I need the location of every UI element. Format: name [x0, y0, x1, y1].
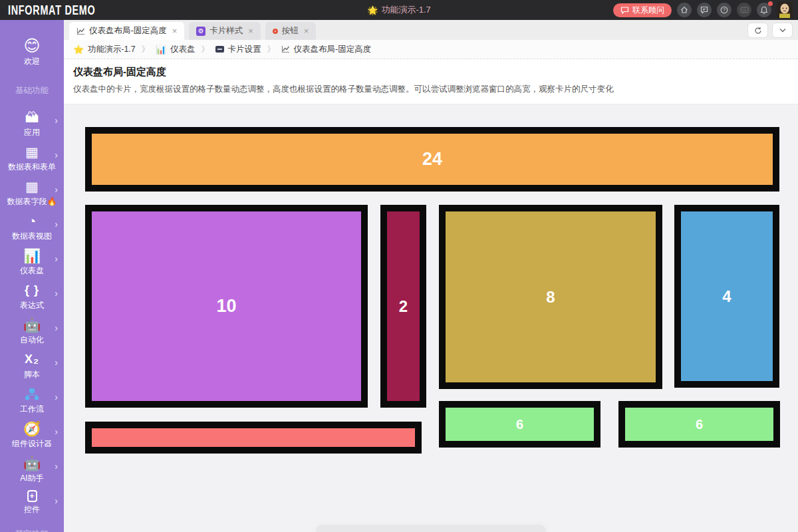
page-title: 仪表盘布局-固定高度 [73, 66, 789, 78]
tab-card-style[interactable]: 卡片样式 × [189, 22, 261, 40]
breadcrumb-separator: 》 [267, 44, 275, 55]
sidebar-item-automation[interactable]: 🤖 自动化 › [0, 317, 64, 342]
table-icon: ▦ [25, 144, 39, 160]
chevron-right-icon: › [55, 426, 58, 437]
chevron-right-icon: › [55, 253, 58, 264]
keyboard-button[interactable] [737, 3, 751, 17]
button-ring-icon [273, 29, 278, 34]
sidebar-item-tables-forms[interactable]: ▦ 数据表和表单 › [0, 144, 64, 170]
chevron-right-icon: › [55, 323, 58, 333]
script-x2-icon: X₂ [25, 352, 39, 367]
dashboard-card-6-right[interactable]: 6 [618, 401, 780, 448]
star-icon: 🌟 [367, 5, 378, 15]
breadcrumb-separator: 》 [142, 44, 150, 55]
braces-icon: { } [25, 283, 39, 298]
card-settings-icon [215, 46, 224, 53]
breadcrumb: ⭐ 功能演示-1.7 》 📊 仪表盘 》 卡片设置 》 仪表盘布局-固定高度 [64, 40, 798, 59]
view-icon: ◔ [28, 213, 37, 229]
feedback-button[interactable] [697, 3, 712, 17]
star-icon: ⭐ [73, 45, 84, 54]
question-icon: ? [720, 6, 728, 14]
line-chart-icon [281, 45, 290, 53]
close-icon[interactable]: × [172, 26, 178, 36]
chevron-right-icon: › [55, 115, 58, 126]
close-icon[interactable]: × [248, 26, 253, 36]
sidebar-section-basic: 基础功能 [0, 85, 64, 96]
user-avatar[interactable] [777, 2, 793, 18]
chevron-right-icon: › [55, 495, 58, 506]
card-style-icon [196, 27, 205, 36]
refresh-icon [754, 27, 762, 35]
sidebar-item-table-fields[interactable]: ▦ 数据表字段🔥 › [0, 179, 64, 204]
home-button[interactable] [677, 3, 692, 17]
breadcrumb-item-layout-fixed-height[interactable]: 仪表盘布局-固定高度 [281, 44, 372, 55]
robot-icon: 🤖 [23, 317, 41, 332]
help-button[interactable]: ? [717, 3, 732, 17]
chat-bubble-icon [620, 7, 629, 14]
dashboard-card-8[interactable]: 8 [439, 205, 662, 389]
sidebar-item-controls[interactable]: 控件 › [0, 490, 64, 515]
breadcrumb-item-dashboard[interactable]: 📊 仪表盘 [156, 44, 196, 55]
topbar-title: 🌟 功能演示-1.7 [367, 4, 431, 16]
dashboard-card-2[interactable]: 2 [380, 205, 426, 408]
sidebar-item-workflow[interactable]: 工作流 › [0, 386, 64, 412]
refresh-button[interactable] [747, 23, 768, 38]
iceberg-icon: 🏔 [25, 110, 39, 125]
contact-advisor-button[interactable]: 联系顾问 [613, 3, 672, 17]
compass-icon: 🧭 [23, 421, 41, 436]
sidebar-item-apps[interactable]: 🏔 应用 › [0, 110, 64, 135]
close-icon[interactable]: × [304, 26, 309, 36]
table-icon: ▦ [25, 179, 39, 194]
controls-icon [27, 490, 37, 502]
dashboard-canvas: 24 10 2 8 4 6 6 [64, 104, 798, 532]
dashboard-card-4[interactable]: 4 [674, 205, 779, 388]
feedback-icon [700, 6, 708, 14]
chevron-right-icon: › [55, 288, 58, 299]
tab-strip: 仪表盘布局-固定高度 × 卡片样式 × 按钮 × [64, 20, 798, 40]
dashboard-card-6-left[interactable]: 6 [439, 401, 600, 448]
sidebar-item-table-views[interactable]: ◔ 数据表视图 › [0, 213, 64, 239]
sidebar-item-component-designer[interactable]: 🧭 组件设计器 › [0, 421, 64, 446]
notification-dot [768, 1, 773, 6]
page-description: 仪表盘中的卡片，宽度根据设置的格子数量动态调整，高度也根据设置的格子数量动态调整… [73, 84, 789, 95]
breadcrumb-item-card-settings[interactable]: 卡片设置 [215, 44, 261, 55]
topbar-actions: 联系顾问 ? [613, 2, 793, 18]
top-bar: INFORMAT DEMO 🌟 功能演示-1.7 联系顾问 ? [0, 0, 798, 20]
bottom-panel-peek[interactable] [313, 521, 549, 532]
chevron-right-icon: › [55, 461, 58, 471]
keyboard-icon [740, 7, 749, 13]
robot-icon: 🤖 [23, 456, 41, 471]
tab-dashboard-layout-fixed-height[interactable]: 仪表盘布局-固定高度 × [69, 22, 184, 40]
home-icon [680, 6, 688, 14]
dashboard-card-24[interactable]: 24 [85, 127, 779, 192]
page-header: 仪表盘布局-固定高度 仪表盘中的卡片，宽度根据设置的格子数量动态调整，高度也根据… [64, 59, 798, 104]
bar-chart-icon: 📊 [23, 248, 41, 263]
sidebar-item-ai-assistant[interactable]: 🤖 AI助手 › [0, 456, 64, 481]
chevron-right-icon: › [55, 184, 58, 195]
dashboard-card-10[interactable]: 10 [85, 205, 368, 408]
sidebar-item-welcome[interactable]: 😊 欢迎 [0, 37, 64, 63]
bell-icon [760, 6, 768, 15]
chevron-right-icon: › [55, 357, 58, 368]
sidebar-section-other: 其它功能 [0, 529, 64, 532]
dashboard-card-salmon[interactable] [85, 422, 422, 454]
bar-chart-icon: 📊 [156, 45, 166, 54]
notifications-button[interactable] [757, 3, 771, 17]
chevron-right-icon: › [55, 219, 58, 229]
breadcrumb-item-demo[interactable]: ⭐ 功能演示-1.7 [73, 44, 136, 55]
tab-button[interactable]: 按钮 × [265, 22, 317, 40]
sidebar-item-scripts[interactable]: X₂ 脚本 › [0, 352, 64, 377]
chevron-down-icon [779, 28, 786, 33]
sidebar: 😊 欢迎 基础功能 🏔 应用 › ▦ 数据表和表单 › ▦ 数据表字段🔥 › ◔… [0, 20, 64, 532]
workflow-icon [25, 386, 39, 402]
app-version-title: 功能演示-1.7 [381, 4, 430, 16]
smiley-icon: 😊 [23, 37, 40, 54]
sidebar-item-dashboard[interactable]: 📊 仪表盘 › [0, 248, 64, 273]
svg-text:?: ? [723, 7, 726, 12]
chevron-right-icon: › [55, 392, 58, 402]
tab-list-dropdown-button[interactable] [772, 23, 793, 38]
line-chart-icon [76, 27, 85, 35]
sidebar-item-expressions[interactable]: { } 表达式 › [0, 283, 64, 308]
app-logo: INFORMAT DEMO [8, 3, 95, 18]
breadcrumb-separator: 》 [201, 44, 209, 55]
